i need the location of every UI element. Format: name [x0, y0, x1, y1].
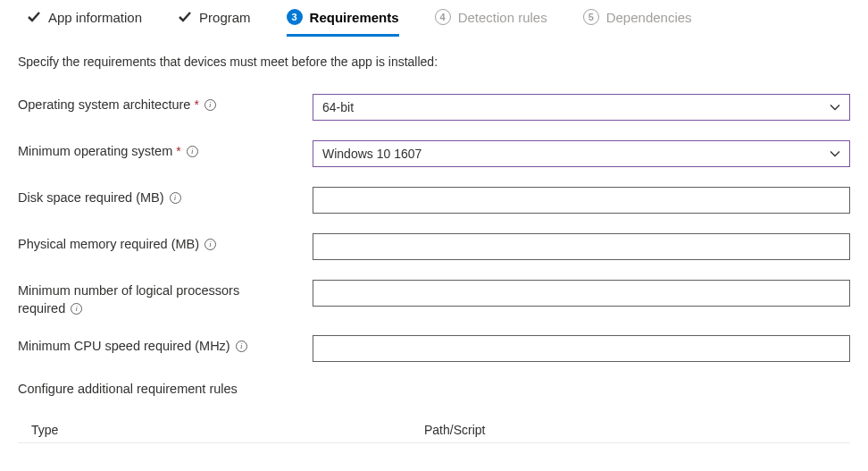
column-header-path: Path/Script — [424, 423, 485, 437]
tab-detection-rules[interactable]: 4 Detection rules — [435, 9, 547, 37]
field-label: Physical memory required (MB) i — [18, 233, 304, 251]
label-text: Operating system architecture — [18, 97, 190, 112]
required-indicator: * — [176, 144, 180, 158]
field-label: Minimum CPU speed required (MHz) i — [18, 335, 304, 353]
step-number-icon: 4 — [435, 9, 451, 25]
checkmark-icon — [178, 10, 192, 24]
tab-label: App information — [48, 10, 142, 25]
info-icon[interactable]: i — [236, 341, 247, 352]
select-value: 64-bit — [322, 100, 354, 114]
row-physical-memory: Physical memory required (MB) i — [18, 233, 850, 260]
min-os-select[interactable]: Windows 10 1607 — [313, 140, 850, 167]
label-text: Physical memory required (MB) — [18, 237, 199, 251]
label-text-line2: required — [18, 301, 65, 315]
row-disk-space: Disk space required (MB) i — [18, 187, 850, 214]
additional-rules-title: Configure additional requirement rules — [18, 382, 850, 396]
checkmark-icon — [27, 10, 41, 24]
tab-app-information[interactable]: App information — [27, 10, 142, 37]
tab-dependencies[interactable]: 5 Dependencies — [583, 9, 692, 37]
row-cpu-speed: Minimum CPU speed required (MHz) i — [18, 335, 850, 362]
field-label: Disk space required (MB) i — [18, 187, 304, 205]
tab-program[interactable]: Program — [178, 10, 251, 37]
tab-label: Program — [199, 10, 251, 25]
column-header-type: Type — [31, 423, 424, 437]
rules-table-header: Type Path/Script — [18, 423, 850, 443]
info-icon[interactable]: i — [204, 239, 216, 250]
tab-requirements[interactable]: 3 Requirements — [287, 9, 399, 37]
select-value: Windows 10 1607 — [322, 147, 421, 161]
field-label: Minimum operating system * i — [18, 140, 304, 158]
label-text: Minimum operating system — [18, 144, 172, 158]
cpu-speed-input[interactable] — [313, 335, 850, 362]
os-architecture-select[interactable]: 64-bit — [313, 94, 850, 121]
step-number-icon: 3 — [287, 9, 303, 25]
physical-memory-input[interactable] — [313, 233, 850, 260]
info-icon[interactable]: i — [187, 146, 198, 157]
info-icon[interactable]: i — [170, 192, 181, 204]
field-label: Operating system architecture * i — [18, 94, 304, 112]
field-label: Minimum number of logical processors req… — [18, 280, 304, 315]
chevron-down-icon — [830, 148, 840, 159]
required-indicator: * — [194, 97, 198, 112]
tab-label: Dependencies — [606, 10, 692, 25]
logical-processors-input[interactable] — [313, 280, 850, 307]
wizard-tabs: App information Program 3 Requirements 4… — [0, 0, 868, 37]
tab-label: Detection rules — [458, 10, 547, 25]
label-text-line1: Minimum number of logical processors — [18, 283, 239, 298]
disk-space-input[interactable] — [313, 187, 850, 214]
label-text: Minimum CPU speed required (MHz) — [18, 339, 230, 353]
tab-label: Requirements — [310, 10, 399, 25]
info-icon[interactable]: i — [71, 303, 82, 315]
intro-text: Specify the requirements that devices mu… — [18, 55, 850, 69]
label-text: Disk space required (MB) — [18, 190, 164, 205]
chevron-down-icon — [830, 102, 840, 113]
row-logical-processors: Minimum number of logical processors req… — [18, 280, 850, 315]
requirements-form: Specify the requirements that devices mu… — [0, 37, 868, 443]
info-icon[interactable]: i — [204, 99, 216, 111]
row-os-architecture: Operating system architecture * i 64-bit — [18, 94, 850, 121]
row-min-os: Minimum operating system * i Windows 10 … — [18, 140, 850, 167]
step-number-icon: 5 — [583, 9, 599, 25]
